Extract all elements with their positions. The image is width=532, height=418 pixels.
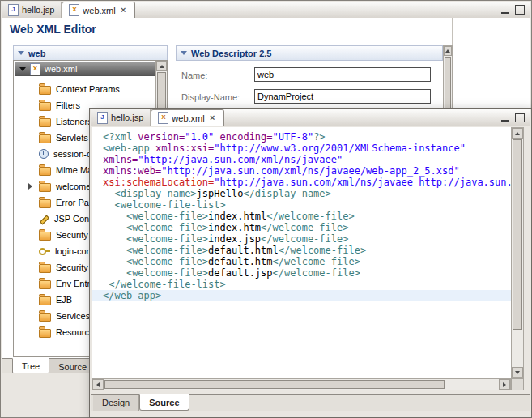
minimize-icon[interactable] [501, 113, 509, 122]
scrollbar-thumb[interactable] [513, 139, 522, 330]
vertical-scrollbar[interactable] [511, 127, 524, 378]
maximize-icon[interactable] [515, 5, 525, 15]
code-line-current[interactable]: </web-app> [92, 290, 511, 301]
fg-bottom-tab-bar: Design Source [91, 394, 530, 411]
code-line[interactable]: <welcome-file>default.htm</welcome-file> [92, 256, 511, 267]
chevron-down-icon [181, 51, 187, 55]
scroll-up-icon[interactable] [444, 46, 452, 56]
code-line[interactable]: xsi:schemaLocation="http://java.sun.com/… [92, 177, 511, 188]
tab-hello-jsp[interactable]: hello.jsp [2, 2, 62, 18]
scroll-right-icon[interactable] [499, 379, 510, 390]
tab-label: web.xml [83, 6, 115, 15]
display-name-input[interactable] [254, 89, 431, 104]
scroll-down-icon[interactable] [512, 367, 523, 377]
folder-icon [39, 264, 51, 273]
code-area[interactable]: <?xml version="1.0" encoding="UTF-8"?><w… [92, 127, 511, 378]
page-title: Web XML Editor [10, 23, 96, 36]
xml-file-icon [158, 112, 168, 124]
name-input[interactable] [254, 67, 431, 82]
tree-item[interactable]: Context Params [15, 81, 156, 97]
tab-label: Tree [22, 361, 40, 371]
tree-section-header[interactable]: web [13, 45, 168, 61]
tree-root-label: web.xml [45, 64, 77, 74]
code-line[interactable]: <welcome-file>index.html</welcome-file> [92, 211, 511, 222]
folder-icon [39, 232, 51, 241]
tree-item-label: Services [56, 311, 90, 321]
jsp-file-icon [97, 112, 108, 124]
horizontal-scrollbar[interactable] [92, 378, 511, 390]
code-line[interactable]: <welcome-file-list> [92, 199, 511, 211]
bg-editor-tab-bar: hello.jsp web.xml [2, 2, 530, 19]
scrollbar-thumb[interactable] [104, 380, 445, 389]
scrollbar-thumb[interactable] [445, 57, 451, 113]
key-icon [39, 248, 50, 256]
folder-icon [39, 183, 51, 192]
folder-icon [39, 199, 51, 208]
tab-label: web.xml [172, 113, 204, 123]
folder-icon [39, 118, 51, 127]
tree-item-label: Listeners [56, 117, 92, 126]
folder-icon [39, 296, 51, 305]
folder-icon [39, 280, 51, 289]
tree-item-label: Filters [56, 100, 80, 110]
code-line[interactable]: <welcome-file>default.jsp</welcome-file> [92, 267, 511, 279]
display-name-label: Display-Name: [181, 92, 240, 102]
session-icon [39, 149, 49, 159]
expander-icon[interactable] [19, 67, 26, 71]
scroll-up-icon[interactable] [512, 128, 523, 139]
folder-icon [39, 134, 51, 143]
code-line[interactable]: <welcome-file>index.jsp</welcome-file> [92, 233, 511, 245]
expander-icon[interactable] [28, 183, 32, 190]
folder-icon [39, 329, 51, 338]
tab-web-xml[interactable]: web.xml [151, 109, 223, 126]
maximize-icon[interactable] [515, 113, 525, 122]
folder-icon [39, 167, 51, 176]
code-line[interactable]: <welcome-file>index.htm</welcome-file> [92, 222, 511, 233]
tab-source[interactable]: Source [139, 394, 189, 411]
bg-window-buttons [501, 2, 530, 18]
tab-web-xml[interactable]: web.xml [62, 2, 134, 19]
scrollbar-corner [511, 378, 524, 390]
scroll-left-icon[interactable] [92, 379, 104, 390]
display-name-field-row: Display-Name: [181, 89, 435, 104]
descriptor-section-title: Web Descriptor 2.5 [191, 49, 271, 58]
jsp-file-icon [8, 4, 19, 16]
pencil-icon [39, 214, 49, 224]
tree-item-label: Servlets [56, 133, 88, 143]
code-line[interactable]: </welcome-file-list> [92, 279, 511, 290]
tab-label: Design [102, 398, 130, 407]
tree-section-title: web [28, 49, 45, 58]
minimize-icon[interactable] [501, 6, 509, 14]
folder-icon [39, 102, 51, 111]
tree-root-web-xml[interactable]: web.xml [15, 62, 156, 76]
fg-window-buttons [501, 109, 530, 126]
close-icon[interactable] [208, 113, 217, 122]
xml-file-icon [30, 63, 40, 75]
tab-label: hello.jsp [22, 5, 54, 15]
code-line[interactable]: <web-app xmlns:xsi="http://www.w3.org/20… [92, 143, 511, 154]
close-icon[interactable] [119, 6, 128, 15]
tree-item-label: Context Params [56, 84, 120, 94]
source-editor-window: hello.jsp web.xml <?xml version="1.0" en… [89, 108, 532, 418]
descriptor-section-header[interactable]: Web Descriptor 2.5 [176, 45, 443, 61]
folder-icon [39, 86, 51, 95]
folder-icon [39, 313, 51, 322]
tab-label: Source [149, 398, 179, 407]
tab-tree[interactable]: Tree [12, 358, 49, 374]
code-line[interactable]: xmlns:web="http://java.sun.com/xml/ns/ja… [92, 165, 511, 177]
tab-design[interactable]: Design [93, 395, 139, 411]
code-line[interactable]: <display-name>jspHello</display-name> [92, 188, 511, 199]
xml-file-icon [69, 4, 79, 16]
scroll-up-icon[interactable] [156, 61, 167, 71]
chevron-down-icon [18, 51, 24, 55]
tab-label: Source [58, 362, 87, 372]
code-line[interactable]: <?xml version="1.0" encoding="UTF-8"?> [92, 131, 511, 143]
code-line[interactable]: <welcome-file>default.html</welcome-file… [92, 245, 511, 256]
tab-hello-jsp[interactable]: hello.jsp [91, 109, 151, 126]
fg-editor-tab-bar: hello.jsp web.xml [91, 109, 530, 126]
name-field-row: Name: [181, 67, 435, 82]
name-label: Name: [181, 70, 207, 80]
tab-label: hello.jsp [111, 113, 143, 122]
code-line[interactable]: xmlns="http://java.sun.com/xml/ns/javaee… [92, 154, 511, 165]
tree-item-label: EJB [56, 295, 72, 305]
